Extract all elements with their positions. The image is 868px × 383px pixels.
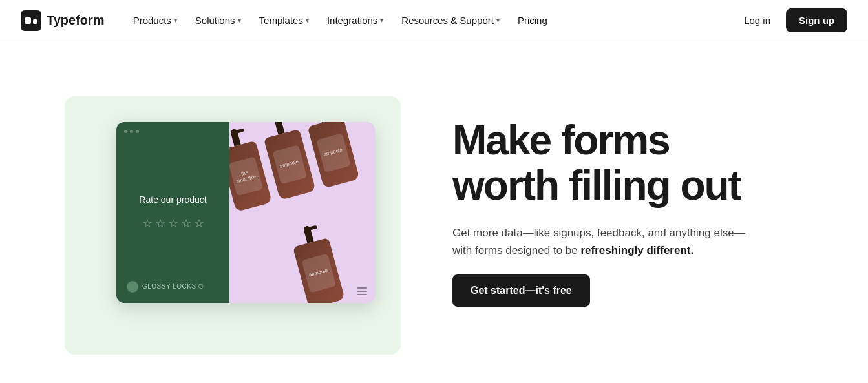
logo-square-large	[25, 17, 31, 24]
dot-2	[130, 130, 133, 133]
star-3: ☆	[168, 216, 178, 231]
star-rating: ☆ ☆ ☆ ☆ ☆	[142, 216, 204, 231]
bottle-label: ampoule	[301, 253, 336, 293]
chevron-down-icon: ▾	[380, 17, 383, 24]
form-question-text: Rate our product	[139, 194, 206, 207]
bottle-body: ampoule	[292, 238, 344, 303]
logo-square-small	[33, 19, 37, 24]
star-1: ☆	[142, 216, 153, 231]
bottle-4: ampoule	[286, 220, 348, 302]
bottle-label: thesmoothie	[229, 156, 263, 196]
cta-button[interactable]: Get started—it's free	[452, 274, 590, 307]
form-dots	[124, 130, 139, 133]
brand-circle-icon	[127, 281, 138, 293]
login-button[interactable]: Log in	[734, 10, 781, 31]
nav-item-pricing[interactable]: Pricing	[510, 10, 555, 31]
logo-link[interactable]: Typeform	[21, 10, 105, 31]
nav-links: Products ▾ Solutions ▾ Templates ▾ Integ…	[125, 10, 734, 31]
menu-line-2	[357, 291, 367, 292]
nav-item-templates[interactable]: Templates ▾	[251, 10, 317, 31]
bottle-label: ampoule	[272, 145, 307, 184]
dot-3	[136, 130, 139, 133]
star-2: ☆	[155, 216, 165, 231]
bottle-label-text: ampoule	[323, 147, 343, 158]
form-card-left-panel: Rate our product ☆ ☆ ☆ ☆ ☆ GLOSSY LOCKS …	[116, 122, 229, 303]
menu-line-1	[357, 287, 367, 289]
chevron-down-icon: ▾	[306, 17, 309, 24]
bottle-label-text: thesmoothie	[234, 167, 257, 184]
bottle-label: ampoule	[316, 133, 351, 172]
star-4: ☆	[181, 216, 191, 231]
navigation: Typeform Products ▾ Solutions ▾ Template…	[0, 0, 868, 41]
signup-button[interactable]: Sign up	[786, 8, 847, 32]
form-card-right-panel: thesmoothie ampoule	[229, 122, 375, 303]
logo-icon	[21, 10, 41, 31]
hero-title: Make forms worth filling out	[452, 118, 816, 209]
nav-item-solutions[interactable]: Solutions ▾	[187, 10, 249, 31]
nav-actions: Log in Sign up	[734, 8, 847, 32]
chevron-down-icon: ▾	[238, 17, 241, 24]
bottle-label-text: ampoule	[279, 159, 299, 170]
star-5: ☆	[194, 216, 204, 231]
hero-subtitle: Get more data—like signups, feedback, an…	[452, 224, 750, 259]
menu-line-3	[357, 294, 367, 295]
brand-name-text: GLOSSY LOCKS ©	[142, 283, 204, 290]
bottles-decoration: thesmoothie ampoule	[229, 122, 375, 303]
chevron-down-icon: ▾	[496, 17, 500, 24]
nav-item-resources[interactable]: Resources & Support ▾	[394, 10, 507, 31]
hero-section: Rate our product ☆ ☆ ☆ ☆ ☆ GLOSSY LOCKS …	[0, 41, 868, 383]
logo-text: Typeform	[47, 13, 105, 28]
bottle-pump	[273, 122, 284, 135]
dot-1	[124, 130, 127, 133]
nav-item-products[interactable]: Products ▾	[125, 10, 185, 31]
form-card-preview: Rate our product ☆ ☆ ☆ ☆ ☆ GLOSSY LOCKS …	[116, 122, 375, 303]
chevron-down-icon: ▾	[174, 17, 177, 24]
bottle-pump	[229, 128, 240, 146]
brand-label: GLOSSY LOCKS ©	[127, 281, 204, 293]
bottle-label-text: ampoule	[308, 267, 328, 278]
hero-content: Make forms worth filling out Get more da…	[452, 118, 816, 307]
hero-illustration: Rate our product ☆ ☆ ☆ ☆ ☆ GLOSSY LOCKS …	[52, 70, 414, 355]
nav-item-integrations[interactable]: Integrations ▾	[319, 10, 391, 31]
bottle-pump	[302, 225, 313, 243]
card-menu-icon	[357, 287, 367, 295]
